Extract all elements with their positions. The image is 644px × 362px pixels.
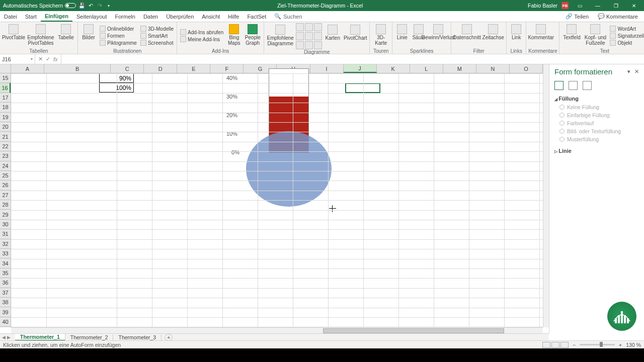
chart-type-icon[interactable]: [296, 41, 304, 49]
row-header-19[interactable]: 19: [0, 113, 11, 122]
row-header-33[interactable]: 33: [0, 249, 11, 258]
wordart-button[interactable]: WordArt: [609, 25, 644, 32]
spreadsheet-grid[interactable]: ABCDEFGHIJKLMNO 151617181920212223242526…: [0, 64, 549, 333]
row-header-16[interactable]: 16: [0, 83, 11, 93]
col-header-m[interactable]: M: [443, 64, 476, 73]
row-header-39[interactable]: 39: [0, 307, 11, 317]
signature-button[interactable]: Signaturzeile: [609, 32, 644, 39]
chart-type-icon[interactable]: [305, 23, 313, 31]
chart-type-icon[interactable]: [314, 23, 322, 31]
tab-datei[interactable]: Datei: [0, 11, 21, 22]
ribbon-display-icon[interactable]: ▭: [573, 0, 587, 11]
chart-type-icon[interactable]: [305, 41, 313, 49]
slicer-button[interactable]: Datenschnitt: [453, 23, 480, 48]
zoom-slider[interactable]: [580, 344, 615, 345]
chart-type-icon[interactable]: [305, 32, 313, 40]
horizontal-scrollbar[interactable]: [11, 327, 543, 333]
row-header-17[interactable]: 17: [0, 93, 11, 103]
minimize-icon[interactable]: —: [591, 0, 605, 11]
save-icon[interactable]: 💾: [78, 2, 85, 9]
people-graph-button[interactable]: People Graph: [244, 23, 262, 48]
row-header-31[interactable]: 31: [0, 229, 11, 239]
icons-button[interactable]: Piktogramme: [99, 39, 138, 46]
maps-button[interactable]: Karten: [324, 24, 342, 49]
recommended-pivot-button[interactable]: Empfohlene PivotTables: [27, 23, 55, 48]
row-header-37[interactable]: 37: [0, 288, 11, 298]
shapes-button[interactable]: Formen: [99, 32, 138, 39]
select-all-corner[interactable]: [0, 64, 11, 73]
chart-type-icon[interactable]: [296, 23, 304, 31]
sheet-prev-icon[interactable]: ◀: [2, 335, 6, 340]
row-header-29[interactable]: 29: [0, 210, 11, 219]
share-button[interactable]: 🔗Teilen: [561, 13, 593, 20]
accept-formula-icon[interactable]: ✓: [46, 56, 50, 62]
redo-icon[interactable]: ↷: [96, 2, 103, 9]
thermometer-bulb-shape[interactable]: [246, 131, 332, 207]
user-avatar-icon[interactable]: FB: [561, 2, 569, 9]
view-pagelayout-icon[interactable]: [551, 342, 559, 348]
row-header-18[interactable]: 18: [0, 103, 11, 112]
table-button[interactable]: Tabelle: [56, 23, 75, 48]
fill-option-1[interactable]: Einfarbige Füllung: [559, 111, 639, 119]
row-header-23[interactable]: 23: [0, 151, 11, 161]
side-pane-options-icon[interactable]: ▾: [627, 68, 630, 75]
object-button[interactable]: Objekt: [609, 39, 644, 46]
fill-option-0[interactable]: Keine Füllung: [559, 103, 639, 111]
col-header-b[interactable]: B: [44, 64, 111, 73]
close-icon[interactable]: ✕: [627, 0, 641, 11]
row-header-15[interactable]: 15: [0, 73, 11, 83]
row-header-36[interactable]: 36: [0, 278, 11, 288]
row-header-35[interactable]: 35: [0, 268, 11, 278]
row-header-26[interactable]: 26: [0, 180, 11, 190]
col-header-a[interactable]: A: [11, 64, 44, 73]
screenshot-button[interactable]: Screenshot: [139, 39, 175, 46]
search-box[interactable]: 🔍 Suchen: [270, 11, 306, 22]
3dmap-button[interactable]: 3D-Karte: [372, 23, 390, 48]
row-header-20[interactable]: 20: [0, 122, 11, 132]
col-header-k[interactable]: K: [377, 64, 410, 73]
vertical-scrollbar[interactable]: [543, 64, 549, 327]
fill-line-tab-icon[interactable]: [554, 81, 564, 90]
tab-ansicht[interactable]: Ansicht: [198, 11, 224, 22]
fill-option-4[interactable]: Musterfüllung: [559, 135, 639, 143]
user-name[interactable]: Fabio Basler: [528, 3, 557, 9]
chart-type-icon[interactable]: [314, 41, 322, 49]
thermometer-chart[interactable]: 40% 30% 20% 10% 0%: [212, 71, 343, 242]
autosave-toggle[interactable]: Automatisches Speichern: [3, 3, 76, 9]
undo-icon[interactable]: ↶: [87, 2, 94, 9]
tab-einfuegen[interactable]: Einfügen: [41, 11, 72, 22]
col-header-d[interactable]: D: [144, 64, 177, 73]
chart-type-icon[interactable]: [296, 32, 304, 40]
tab-start[interactable]: Start: [21, 11, 41, 22]
fill-option-3[interactable]: Bild- oder Texturfüllung: [559, 127, 639, 135]
hscroll-thumb[interactable]: [323, 328, 504, 333]
tab-formeln[interactable]: Formeln: [111, 11, 139, 22]
chart-type-icon[interactable]: [314, 32, 322, 40]
row-header-30[interactable]: 30: [0, 220, 11, 229]
sparkline-line-button[interactable]: Linie: [394, 23, 410, 48]
name-box[interactable]: J16▾: [0, 54, 35, 64]
link-button[interactable]: Link: [509, 23, 524, 48]
row-header-38[interactable]: 38: [0, 298, 11, 307]
size-tab-icon[interactable]: [583, 81, 592, 90]
pivottable-button[interactable]: PivotTable: [2, 23, 25, 48]
sheet-tab-1[interactable]: Thermometer_1: [15, 334, 65, 341]
smartart-button[interactable]: SmartArt: [139, 32, 175, 39]
row-header-34[interactable]: 34: [0, 258, 11, 268]
fx-icon[interactable]: fx: [53, 56, 58, 62]
get-addins-button[interactable]: Add-Ins abrufen: [179, 29, 224, 36]
tab-factset[interactable]: FactSet: [243, 11, 270, 22]
col-header-n[interactable]: N: [476, 64, 510, 73]
col-header-l[interactable]: L: [410, 64, 443, 73]
row-header-25[interactable]: 25: [0, 171, 11, 180]
row-header-40[interactable]: 40: [0, 317, 11, 327]
fill-section-header[interactable]: Füllung: [554, 94, 639, 103]
line-section-header[interactable]: Linie: [554, 146, 639, 155]
row-headers[interactable]: 1516171819202122232425262728293031323334…: [0, 73, 11, 327]
effects-tab-icon[interactable]: [569, 81, 578, 90]
row-header-32[interactable]: 32: [0, 239, 11, 249]
zoom-out-icon[interactable]: −: [573, 342, 576, 348]
col-header-o[interactable]: O: [510, 64, 543, 73]
formula-input[interactable]: [61, 54, 644, 64]
chart-types-grid[interactable]: [296, 23, 322, 49]
